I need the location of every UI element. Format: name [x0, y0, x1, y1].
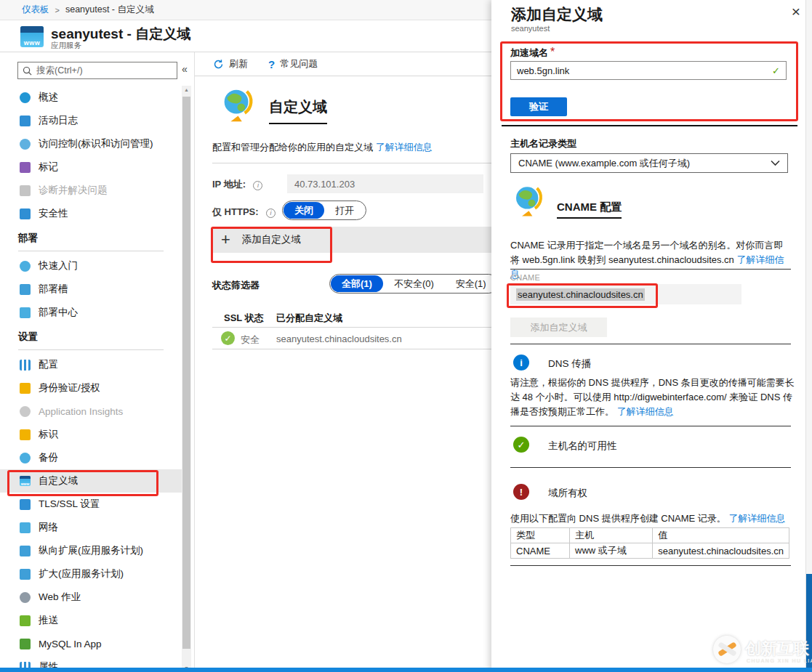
breadcrumb-dashboard-link[interactable]: 仪表板 — [22, 4, 49, 16]
learn-more-link[interactable]: 了解详细信息 — [376, 142, 433, 153]
sidebar-menu: 概述活动日志访问控制(标识和访问管理)标记诊断并解决问题安全性部署快速入门部署槽… — [0, 86, 182, 672]
refresh-button[interactable]: 刷新 — [213, 57, 248, 70]
divider — [510, 565, 791, 566]
sidebar-item-access-control[interactable]: 访问控制(标识和访问管理) — [0, 132, 182, 155]
sidebar-item-label: 标记 — [39, 161, 58, 174]
info-icon[interactable]: i — [266, 209, 276, 218]
learn-more-link[interactable]: 了解详细信息 — [617, 406, 674, 417]
sidebar-collapse-button[interactable]: « — [182, 63, 188, 75]
sidebar-item-tls-ssl[interactable]: TLS/SSL 设置 — [0, 493, 182, 516]
panel-scrollbar[interactable] — [805, 0, 812, 672]
blade-description: 配置和管理分配给你的应用的自定义域 了解详细信息 — [212, 141, 433, 154]
app-service-www-icon: www — [20, 26, 44, 47]
sidebar-item-configuration[interactable]: 配置 — [0, 353, 182, 376]
shield-icon — [20, 209, 31, 219]
scale-up-icon — [20, 546, 31, 556]
ip-address-row: IP 地址: i — [212, 177, 262, 191]
divider — [502, 125, 797, 126]
close-icon[interactable]: × — [792, 3, 800, 20]
sidebar-item-scale-out[interactable]: 扩大(应用服务计划) — [0, 562, 182, 586]
sidebar-item-label: 部署槽 — [39, 283, 68, 296]
cname-value-field[interactable]: seanyutest.chinacloudsites.cn — [510, 284, 741, 304]
dns-propagation-title: DNS 传播 — [548, 357, 591, 371]
sidebar-item-label: Application Insights — [39, 406, 123, 417]
sidebar-section-header: 部署 — [0, 225, 182, 254]
sidebar-item-overview[interactable]: 概述 — [0, 86, 182, 109]
learn-more-link[interactable]: 了解详细信息 — [728, 513, 785, 524]
sidebar-item-label: 标识 — [39, 428, 58, 441]
sidebar-item-scale-up[interactable]: 纵向扩展(应用服务计划) — [0, 539, 182, 562]
https-on-option[interactable]: 打开 — [324, 202, 365, 219]
info-circle-icon: i — [513, 355, 529, 371]
push-icon — [20, 615, 31, 626]
sidebar-item-quickstart[interactable]: 快速入门 — [0, 254, 182, 278]
sidebar-item-label: 诊断并解决问题 — [39, 184, 108, 197]
sidebar-search-box — [17, 62, 177, 79]
sidebar-item-backup[interactable]: 备份 — [0, 446, 182, 469]
divider — [510, 426, 791, 426]
row-domain: seanyutest.chinacloudsites.cn — [276, 333, 402, 344]
sidebar-item-identity[interactable]: 标识 — [0, 423, 182, 446]
filter-all[interactable]: 全部(1) — [331, 275, 383, 292]
sidebar-item-webjobs[interactable]: Web 作业 — [0, 586, 182, 609]
faq-button[interactable]: ? 常见问题 — [268, 57, 318, 70]
sidebar-item-mysql-in-app[interactable]: MySQL In App — [0, 632, 182, 655]
custom-domains-www-icon: www — [20, 476, 31, 486]
sidebar-item-security[interactable]: 安全性 — [0, 202, 182, 225]
sidebar-item-custom-domains[interactable]: www自定义域 — [0, 469, 182, 493]
sidebar-section-label: 设置 — [18, 331, 38, 342]
cname-description: CNAME 记录用于指定一个域名是另一个域名的别名。对你而言即将 web.5gn… — [510, 238, 792, 282]
search-icon — [23, 66, 32, 76]
sidebar-item-label: 配置 — [39, 358, 58, 371]
question-icon: ? — [268, 58, 275, 70]
scale-out-icon — [20, 569, 31, 580]
sidebar-scrollbar-thumb[interactable] — [182, 97, 190, 649]
filter-insecure[interactable]: 不安全(0) — [383, 275, 445, 292]
shield-lock-icon — [20, 499, 31, 510]
required-asterisk: * — [550, 46, 555, 58]
https-off-option[interactable]: 关闭 — [284, 202, 324, 219]
table-header-row: 类型 主机 值 — [511, 528, 789, 543]
blade-tab-title: 自定义域 — [269, 97, 327, 124]
overview-icon — [20, 92, 31, 103]
search-input[interactable] — [36, 65, 172, 76]
plus-icon: + — [221, 230, 230, 249]
ssl-status-header: SSL 状态 — [224, 312, 264, 325]
sidebar-item-label: 扩大(应用服务计划) — [39, 567, 124, 580]
dns-propagation-text: 请注意，根据你的 DNS 提供程序，DNS 条目更改的传播可能需要长达 48 个… — [510, 376, 795, 419]
access-control-icon — [20, 139, 31, 150]
sidebar-item-push[interactable]: 推送 — [0, 609, 182, 632]
filter-secure[interactable]: 安全(1) — [445, 275, 497, 292]
chevron-down-icon — [771, 160, 780, 166]
sidebar-item-label: MySQL In App — [39, 639, 102, 649]
sidebar-item-tags[interactable]: 标记 — [0, 155, 182, 179]
bottom-blue-bar — [0, 668, 812, 672]
hostname-record-type-select[interactable]: CNAME (www.example.com 或任何子域) — [510, 153, 788, 173]
sidebar-item-label: 备份 — [39, 451, 58, 464]
watermark-brand: 创新互联 — [745, 638, 809, 660]
sidebar-item-network[interactable]: 网络 — [0, 516, 182, 539]
sidebar-item-deployment-center[interactable]: 部署中心 — [0, 301, 182, 324]
sidebar-section-header: 设置 — [0, 324, 182, 353]
watermark-subtext: CHUANG XIN HU LIAN — [747, 658, 812, 663]
valid-check-icon: ✓ — [772, 65, 780, 76]
ownership-instructions: 使用以下配置向 DNS 提供程序创建 CNAME 记录。 了解详细信息 — [510, 511, 795, 526]
watermark-logo-icon — [713, 636, 741, 663]
cname-label: CNAME — [510, 273, 540, 282]
sidebar-item-authentication[interactable]: 身份验证/授权 — [0, 376, 182, 400]
ownership-warning-icon: ! — [513, 484, 529, 500]
scroll-up-icon[interactable]: ▲ — [182, 87, 191, 92]
boxes-icon — [20, 307, 31, 318]
sidebar-item-label: 概述 — [39, 91, 58, 104]
network-icon — [20, 522, 31, 533]
sidebar-item-label: 推送 — [39, 614, 58, 627]
cname-globe-icon — [510, 182, 547, 219]
sidebar-item-activity-log[interactable]: 活动日志 — [0, 109, 182, 132]
sidebar-scrollbar[interactable]: ▲ ▼ — [182, 86, 191, 672]
divider — [510, 269, 791, 270]
domain-name-input[interactable] — [517, 65, 772, 76]
sidebar-item-deployment-slots[interactable]: 部署槽 — [0, 278, 182, 301]
info-icon[interactable]: i — [253, 181, 262, 190]
key-icon — [20, 383, 31, 394]
validate-button[interactable]: 验证 — [510, 97, 567, 116]
